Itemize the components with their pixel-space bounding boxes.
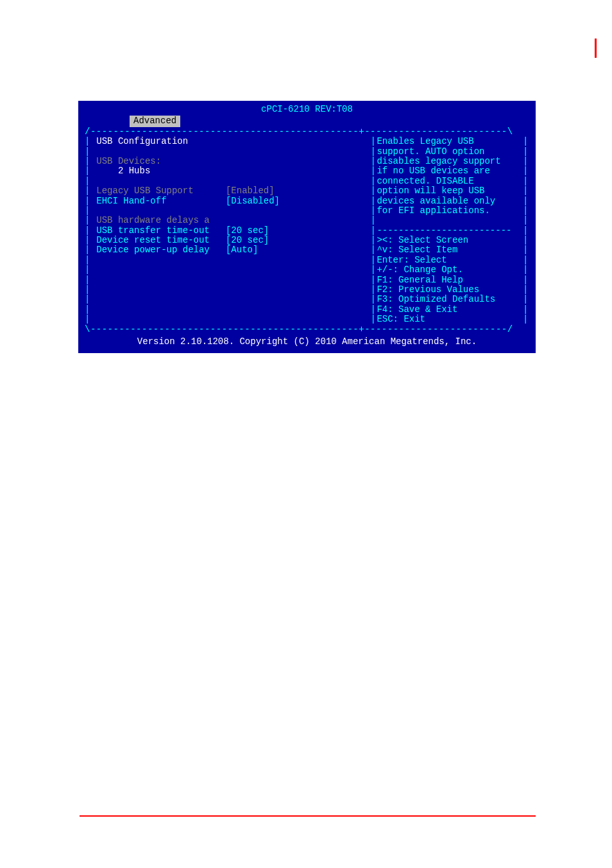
help-line-7: for EFI applications. [377,206,523,216]
option-usb-transfer[interactable]: USB transfer time-out [20 sec] [96,225,269,236]
divider-line [80,815,536,817]
usb-devices-label: USB Devices: [96,156,161,166]
nav-help-3: +/-: Change Opt. [377,265,523,275]
content-area: /---------------------------------------… [78,127,536,334]
option-device-reset[interactable]: Device reset time-out [20 sec] [96,235,269,245]
usb-devices-value: 2 Hubs [96,166,150,176]
nav-help-8: ESC: Exit [377,315,523,324]
nav-help-5: F2: Previous Values [377,285,523,295]
help-line-6: devices available only [377,196,523,206]
help-line-3: if no USB devices are [377,166,523,176]
option-device-powerup[interactable]: Device power-up delay [Auto] [96,245,258,255]
window-title: cPCI-6210 REV:T08 [78,101,536,114]
option-legacy-usb[interactable]: Legacy USB Support [Enabled] [96,186,274,196]
tab-row: Advanced [78,116,536,126]
nav-help-6: F3: Optimized Defaults [377,295,523,304]
help-line-2: disables legacy support [377,157,523,166]
option-ehci-handoff[interactable]: EHCI Hand-off [Disabled] [96,196,280,206]
help-line-5: option will keep USB [377,186,523,196]
nav-help-0: ><: Select Screen [377,236,523,245]
section-header: USB Configuration [96,136,188,146]
cursor-indicator [595,39,597,58]
frame-top: /---------------------------------------… [85,127,529,137]
footer-text: Version 2.10.1208. Copyright (C) 2010 Am… [78,334,536,349]
help-line-4: connected. DISABLE [377,177,523,186]
bios-window: cPCI-6210 REV:T08 Advanced /------------… [78,101,536,353]
nav-help-7: F4: Save & Exit [377,305,523,315]
nav-help-1: ^v: Select Item [377,245,523,255]
help-line-0: Enables Legacy USB [377,137,523,146]
section2-label: USB hardware delays a [96,215,209,225]
help-line-1: support. AUTO option [377,147,523,157]
nav-help-4: F1: General Help [377,275,523,285]
tab-advanced[interactable]: Advanced [130,116,180,126]
nav-help-2: Enter: Select [377,256,523,265]
frame-bottom: \---------------------------------------… [85,325,529,334]
